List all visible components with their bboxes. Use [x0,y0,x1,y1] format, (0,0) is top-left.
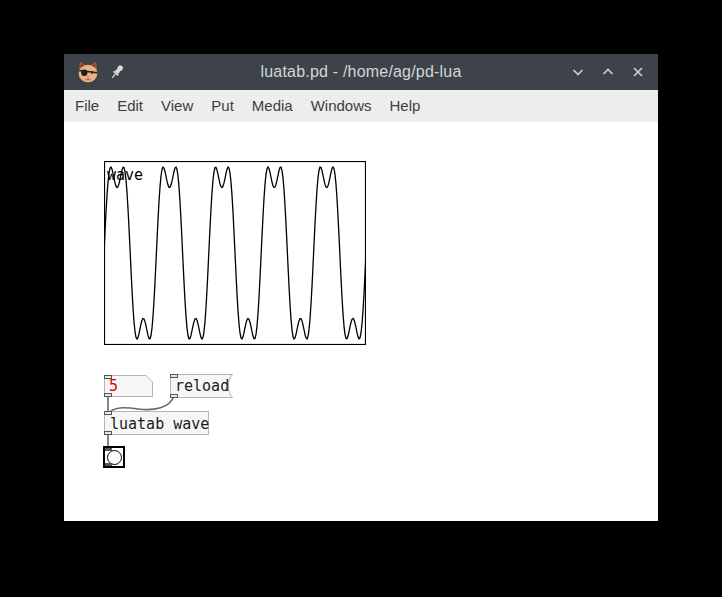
object-box-inlet[interactable] [104,411,112,415]
message-box-inlet[interactable] [170,374,178,378]
menu-item-view[interactable]: View [152,90,202,122]
titlebar[interactable]: luatab.pd - /home/ag/pd-lua [64,54,658,90]
object-box-label: luatab wave [110,412,209,436]
patch-canvas[interactable]: wave 5 reload lu [64,122,658,521]
menu-item-help[interactable]: Help [381,90,430,122]
menu-item-put[interactable]: Put [202,90,243,122]
number-box-inlet[interactable] [104,375,112,379]
menu-item-windows[interactable]: Windows [302,90,381,122]
menubar: File Edit View Put Media Windows Help [64,90,658,122]
message-box-outlet[interactable] [170,394,178,398]
menu-item-edit[interactable]: Edit [108,90,152,122]
object-box-luatab[interactable]: luatab wave [104,411,209,435]
pd-patch-window: luatab.pd - /home/ag/pd-lua File Edit Vi… [64,54,658,521]
bang-button[interactable] [103,446,125,468]
bang-outlet[interactable] [105,463,112,466]
object-box-outlet[interactable] [104,431,112,435]
desktop-background: luatab.pd - /home/ag/pd-lua File Edit Vi… [0,0,722,597]
bang-inlet[interactable] [105,448,112,451]
menu-item-file[interactable]: File [66,90,108,122]
number-box-outlet[interactable] [104,393,112,397]
message-box-reload[interactable]: reload [170,374,233,398]
minimize-button[interactable] [566,60,590,84]
maximize-button[interactable] [596,60,620,84]
menu-item-media[interactable]: Media [243,90,302,122]
number-box[interactable]: 5 [104,375,153,397]
message-box-label: reload [175,374,229,398]
array-graph[interactable]: wave [104,161,366,345]
array-label: wave [107,168,143,183]
waveform-path [104,167,366,339]
close-button[interactable] [626,60,650,84]
